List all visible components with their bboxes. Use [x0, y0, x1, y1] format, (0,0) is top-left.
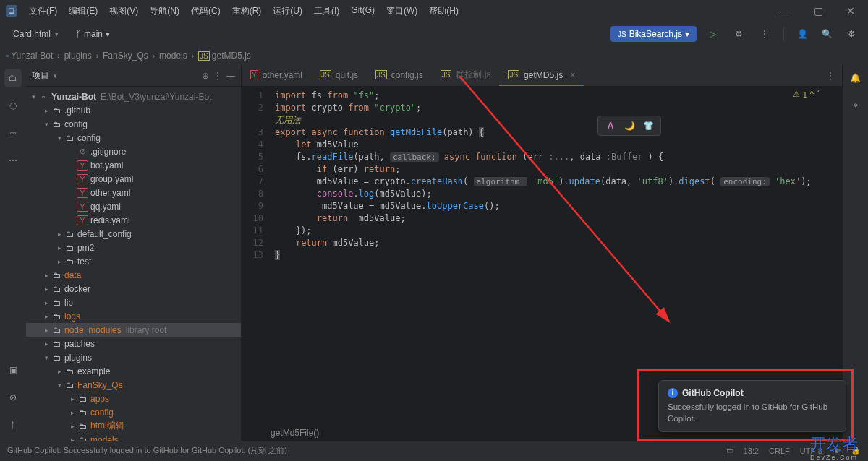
editor-tab[interactable]: JSquit.js	[311, 65, 367, 86]
line-ending[interactable]: CRLF	[769, 447, 790, 455]
tree-item[interactable]: Ygroup.yaml	[26, 172, 241, 186]
project-panel: 项目 ▾ ⊕ ⋮ ― ▾▫Yunzai-BotE:\Bot_V3\yunzai\…	[26, 65, 242, 441]
menu-item[interactable]: 视图(V)	[105, 4, 142, 19]
version-control-icon[interactable]: ᚶ	[4, 416, 22, 434]
tree-root[interactable]: ▾▫Yunzai-BotE:\Bot_V3\yunzai\Yunzai-Bot	[26, 90, 241, 103]
breadcrumb-item[interactable]: FanSky_Qs	[103, 51, 148, 61]
toolbar: Card.html ▾ ᚶ main ▾ JS BikaSearch.js ▾ …	[0, 22, 868, 46]
chevron-down-icon[interactable]: ▾	[54, 72, 57, 79]
tabs-list-icon[interactable]: ⋮	[826, 71, 835, 81]
problems-icon[interactable]: ⊘	[4, 389, 22, 406]
tree-item[interactable]: Ybot.yaml	[26, 158, 241, 172]
tree-item[interactable]: ▸🗀test	[26, 254, 241, 268]
menu-item[interactable]: 帮助(H)	[425, 4, 463, 19]
tree-item[interactable]: ▸🗀patches	[26, 337, 241, 350]
tree-item[interactable]: ▸🗀example	[26, 364, 241, 378]
current-file: Card.html	[13, 29, 51, 39]
tree-item[interactable]: ▾🗀plugins	[26, 350, 241, 364]
tree-item[interactable]: ⊘.gitignore	[26, 145, 241, 158]
window-controls: ― ▢ ✕	[773, 4, 862, 18]
menu-item[interactable]: 窗口(W)	[382, 4, 422, 19]
select-opened-icon[interactable]: ⊕	[202, 71, 209, 81]
editor-tabs: Yother.yamlJSquit.jsJSconfig.jsJS群控制.jsJ…	[242, 65, 842, 87]
tree-item[interactable]: Yother.yaml	[26, 186, 241, 199]
terminal-icon[interactable]: ▣	[4, 361, 22, 379]
shirt-icon[interactable]: 👕	[640, 118, 656, 134]
watermark: 开发者	[810, 434, 858, 455]
project-tool-icon[interactable]: 🗀	[4, 69, 22, 87]
notification-title: GitHub Copilot	[682, 388, 744, 398]
more-tools-icon[interactable]: ⋯	[4, 152, 22, 169]
tree-item[interactable]: ▸🗀node_moduleslibrary root	[26, 323, 241, 337]
editor-tab[interactable]: Yother.yaml	[242, 65, 311, 86]
breadcrumb-item[interactable]: ▫ Yunzai-Bot	[6, 51, 53, 61]
notification-popup[interactable]: i GitHub Copilot Successfully logged in …	[658, 380, 846, 432]
editor-tab[interactable]: JS群控制.js	[432, 65, 500, 86]
menu-item[interactable]: 文件(F)	[25, 4, 61, 19]
tree-item[interactable]: ▸🗀data	[26, 268, 241, 282]
tree-item[interactable]: Yqq.yaml	[26, 199, 241, 213]
debug-button[interactable]: ⚙	[728, 25, 749, 43]
commit-icon[interactable]: ◌	[4, 97, 22, 114]
warning-badge[interactable]: ⚠ 1 ^ ˅	[793, 90, 820, 99]
close-button[interactable]: ✕	[839, 4, 862, 18]
tree-item[interactable]: ▸🗀.github	[26, 103, 241, 117]
tree-item[interactable]: ▸🗀models	[26, 433, 241, 441]
git-branch[interactable]: ᚶ main ▾	[70, 26, 116, 42]
project-tree[interactable]: ▾▫Yunzai-BotE:\Bot_V3\yunzai\Yunzai-Bot▸…	[26, 87, 241, 441]
tree-item[interactable]: ▸🗀lib	[26, 296, 241, 309]
search-icon[interactable]: 🔍	[817, 25, 836, 43]
tree-item[interactable]: Yredis.yaml	[26, 213, 241, 227]
file-picker[interactable]: Card.html ▾	[7, 26, 64, 42]
status-message: GitHub Copilot: Successfully logged in t…	[7, 445, 287, 456]
ai-assistant-icon[interactable]: ✧	[847, 97, 864, 114]
menu-bar: 文件(F)编辑(E)视图(V)导航(N)代码(C)重构(R)运行(U)工具(I)…	[25, 4, 463, 19]
editor-tab[interactable]: JSconfig.js	[367, 65, 432, 86]
tree-item[interactable]: ▾🗀config	[26, 131, 241, 145]
letter-a-icon[interactable]: A	[603, 118, 618, 134]
editor-widgets: A 🌙 👕	[597, 116, 661, 136]
menu-item[interactable]: 导航(N)	[145, 4, 184, 19]
run-config-selector[interactable]: JS BikaSearch.js ▾	[610, 26, 697, 42]
menu-item[interactable]: 重构(R)	[228, 4, 266, 19]
minimize-button[interactable]: ―	[773, 4, 798, 18]
tree-item[interactable]: ▾🗀FanSky_Qs	[26, 378, 241, 392]
tree-item[interactable]: ▸🗀docker	[26, 282, 241, 296]
panel-hide-icon[interactable]: ―	[226, 71, 235, 81]
cursor-position[interactable]: 13:2	[744, 447, 759, 455]
menu-item[interactable]: 运行(U)	[268, 4, 307, 19]
maximize-button[interactable]: ▢	[807, 4, 830, 18]
title-bar: ❏ 文件(F)编辑(E)视图(V)导航(N)代码(C)重构(R)运行(U)工具(…	[0, 0, 868, 22]
tree-item[interactable]: ▸🗀default_config	[26, 227, 241, 241]
chevron-down-icon: ▾	[685, 29, 689, 39]
panel-header: 项目 ▾ ⊕ ⋮ ―	[26, 65, 241, 87]
breadcrumb-item[interactable]: JS getMD5.js	[198, 51, 251, 61]
tree-item[interactable]: ▸🗀apps	[26, 392, 241, 405]
user-icon[interactable]: 👤	[793, 25, 812, 43]
moon-icon[interactable]: 🌙	[621, 118, 637, 134]
notifications-icon[interactable]: 🔔	[847, 69, 864, 87]
editor-tab[interactable]: JSgetMD5.js×	[499, 65, 584, 86]
tree-item[interactable]: ▸🗀pm2	[26, 241, 241, 254]
notification-body: Successfully logged in to GitHub for Git…	[668, 401, 837, 424]
menu-item[interactable]: 工具(I)	[310, 4, 344, 19]
breadcrumb-item[interactable]: plugins	[64, 51, 92, 61]
function-breadcrumb[interactable]: getMd5File()	[271, 425, 319, 441]
run-config-name: BikaSearch.js	[629, 29, 682, 39]
breadcrumb-item[interactable]: models	[159, 51, 187, 61]
chevron-down-icon: ▾	[55, 30, 59, 38]
tree-item[interactable]: ▸🗀config	[26, 405, 241, 419]
panel-options-icon[interactable]: ⋮	[213, 71, 222, 81]
menu-item[interactable]: 编辑(E)	[64, 4, 102, 19]
progress-icon[interactable]: ▭	[726, 446, 733, 455]
branch-icon: ᚶ	[76, 29, 81, 39]
more-button[interactable]: ⋮	[754, 25, 775, 43]
settings-icon[interactable]: ⚙	[842, 25, 861, 43]
structure-icon[interactable]: ▫▫	[4, 124, 22, 142]
run-button[interactable]: ▷	[702, 25, 723, 43]
menu-item[interactable]: Git(G)	[346, 4, 379, 19]
tree-item[interactable]: ▾🗀config	[26, 117, 241, 131]
tree-item[interactable]: ▸🗀html编辑	[26, 419, 241, 433]
tree-item[interactable]: ▸🗀logs	[26, 309, 241, 323]
menu-item[interactable]: 代码(C)	[187, 4, 225, 19]
